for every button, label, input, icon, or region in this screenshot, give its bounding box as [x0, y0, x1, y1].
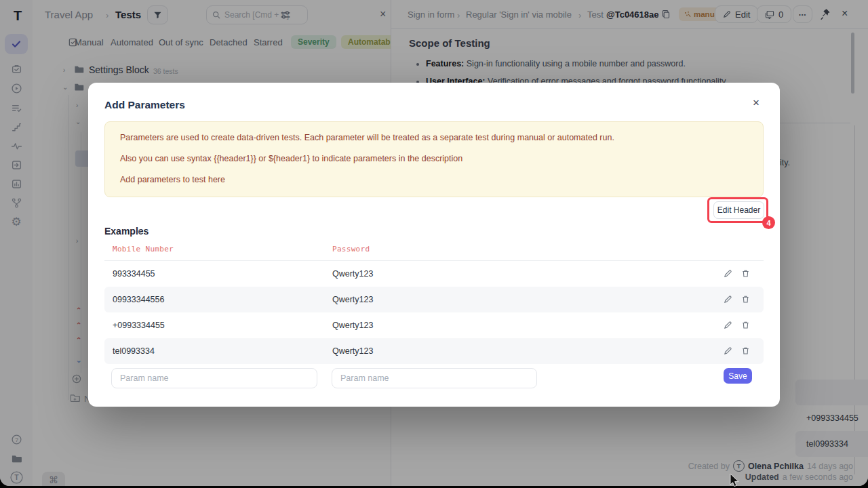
example-row: 993334455 Qwerty123 [104, 261, 764, 287]
mobile-value: +0993334455 [113, 321, 165, 330]
mobile-value: 993334455 [113, 269, 155, 279]
trash-icon[interactable] [741, 321, 750, 329]
screen: ⚙ ? T T Travel App › Tests [0, 0, 868, 488]
password-value: Qwerty123 [332, 346, 373, 356]
mobile-value: tel0993334 [113, 346, 155, 356]
info-box: Parameters are used to create data-drive… [104, 121, 764, 197]
save-button-label: Save [728, 371, 747, 381]
add-parameters-modal: Add Parameters × Parameters are used to … [88, 83, 780, 407]
mobile-value: 09933344556 [113, 295, 164, 304]
pencil-icon[interactable] [724, 321, 732, 329]
info-line: Parameters are used to create data-drive… [120, 133, 748, 142]
trash-icon[interactable] [741, 295, 750, 304]
pencil-icon[interactable] [724, 295, 732, 304]
examples-heading: Examples [104, 226, 149, 237]
mouse-cursor [730, 474, 741, 488]
modal-close-icon[interactable]: × [753, 96, 760, 110]
info-line: Also you can use syntax {{header1}} or $… [120, 154, 748, 163]
password-value: Qwerty123 [332, 321, 373, 330]
column-header-password: Password [332, 245, 370, 253]
modal-title: Add Parameters [104, 99, 185, 111]
param-name-input-2[interactable] [332, 368, 537, 388]
param-name-input-1[interactable] [111, 368, 317, 388]
example-row: tel0993334 Qwerty123 [104, 338, 764, 364]
password-value: Qwerty123 [332, 295, 373, 304]
example-row: 09933344556 Qwerty123 [104, 287, 764, 312]
examples-count: 4 [137, 228, 141, 236]
info-line: Add parameters to test here [120, 175, 748, 184]
example-row: +0993334455 Qwerty123 [104, 312, 764, 338]
column-header-mobile: Mobile Number [113, 245, 174, 253]
annotation-step-badge: 4 [762, 216, 775, 229]
trash-icon[interactable] [741, 269, 750, 278]
pencil-icon[interactable] [724, 346, 732, 355]
password-value: Qwerty123 [332, 269, 373, 279]
save-button[interactable]: Save [724, 368, 752, 384]
pencil-icon[interactable] [724, 269, 732, 278]
annotation-rectangle [707, 197, 768, 223]
trash-icon[interactable] [741, 346, 750, 355]
